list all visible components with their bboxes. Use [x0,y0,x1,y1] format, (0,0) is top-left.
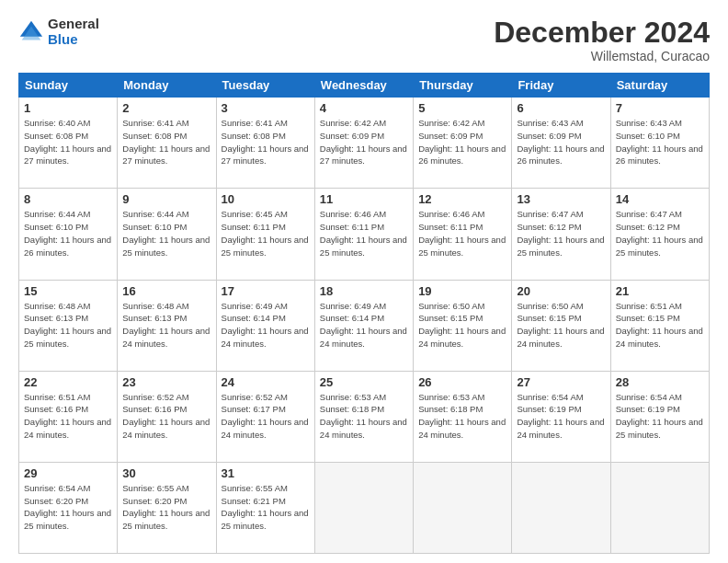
table-row [314,462,413,553]
day-number: 3 [222,101,310,115]
day-number: 28 [616,375,704,389]
day-info: Sunrise: 6:54 AMSunset: 6:20 PMDaylight:… [24,482,112,533]
day-number: 29 [24,466,112,480]
calendar: Sunday Monday Tuesday Wednesday Thursday… [18,73,710,554]
table-row [414,462,512,553]
day-number: 26 [418,375,506,389]
table-row: 16Sunrise: 6:48 AMSunset: 6:13 PMDayligh… [118,280,216,371]
day-number: 22 [24,375,112,389]
day-info: Sunrise: 6:53 AMSunset: 6:18 PMDaylight:… [418,391,506,442]
table-row: 7Sunrise: 6:43 AMSunset: 6:10 PMDaylight… [610,98,709,189]
table-row: 6Sunrise: 6:43 AMSunset: 6:09 PMDaylight… [512,98,610,189]
logo-text: General Blue [48,17,99,47]
table-row: 25Sunrise: 6:53 AMSunset: 6:18 PMDayligh… [314,371,413,462]
day-info: Sunrise: 6:44 AMSunset: 6:10 PMDaylight:… [122,208,210,259]
table-row: 11Sunrise: 6:46 AMSunset: 6:11 PMDayligh… [314,189,413,280]
day-info: Sunrise: 6:53 AMSunset: 6:18 PMDaylight:… [320,391,408,442]
day-number: 21 [616,284,704,298]
table-row: 26Sunrise: 6:53 AMSunset: 6:18 PMDayligh… [414,371,512,462]
table-row: 14Sunrise: 6:47 AMSunset: 6:12 PMDayligh… [610,189,709,280]
day-info: Sunrise: 6:48 AMSunset: 6:13 PMDaylight:… [24,300,112,350]
day-number: 30 [122,466,210,480]
table-row: 30Sunrise: 6:55 AMSunset: 6:20 PMDayligh… [118,462,216,553]
day-info: Sunrise: 6:54 AMSunset: 6:19 PMDaylight:… [517,391,605,442]
day-number: 16 [122,284,210,298]
col-friday: Friday [512,74,610,98]
table-row: 27Sunrise: 6:54 AMSunset: 6:19 PMDayligh… [512,371,610,462]
day-info: Sunrise: 6:47 AMSunset: 6:12 PMDaylight:… [517,208,605,259]
header: General Blue December 2024 Willemstad, C… [18,17,710,63]
header-row: Sunday Monday Tuesday Wednesday Thursday… [19,74,710,98]
day-info: Sunrise: 6:46 AMSunset: 6:11 PMDaylight:… [418,208,506,259]
day-info: Sunrise: 6:47 AMSunset: 6:12 PMDaylight:… [616,208,704,259]
day-number: 12 [418,192,506,206]
day-number: 23 [122,375,210,389]
day-number: 10 [222,192,310,206]
day-info: Sunrise: 6:41 AMSunset: 6:08 PMDaylight:… [122,117,210,167]
table-row: 28Sunrise: 6:54 AMSunset: 6:19 PMDayligh… [610,371,709,462]
table-row: 3Sunrise: 6:41 AMSunset: 6:08 PMDaylight… [216,98,314,189]
location: Willemstad, Curacao [494,49,710,63]
table-row: 23Sunrise: 6:52 AMSunset: 6:16 PMDayligh… [118,371,216,462]
day-info: Sunrise: 6:55 AMSunset: 6:20 PMDaylight:… [122,482,210,533]
table-row: 13Sunrise: 6:47 AMSunset: 6:12 PMDayligh… [512,189,610,280]
logo-icon [18,19,44,45]
col-monday: Monday [118,74,216,98]
table-row: 12Sunrise: 6:46 AMSunset: 6:11 PMDayligh… [414,189,512,280]
day-number: 2 [122,101,210,115]
day-info: Sunrise: 6:41 AMSunset: 6:08 PMDaylight:… [222,117,310,167]
table-row: 31Sunrise: 6:55 AMSunset: 6:21 PMDayligh… [216,462,314,553]
day-info: Sunrise: 6:52 AMSunset: 6:17 PMDaylight:… [222,391,310,442]
table-row: 5Sunrise: 6:42 AMSunset: 6:09 PMDaylight… [414,98,512,189]
day-number: 9 [122,192,210,206]
day-info: Sunrise: 6:42 AMSunset: 6:09 PMDaylight:… [418,117,506,167]
day-number: 27 [517,375,605,389]
calendar-week-row: 22Sunrise: 6:51 AMSunset: 6:16 PMDayligh… [19,371,710,462]
day-info: Sunrise: 6:49 AMSunset: 6:14 PMDaylight:… [320,300,408,350]
day-info: Sunrise: 6:51 AMSunset: 6:16 PMDaylight:… [24,391,112,442]
day-number: 19 [418,284,506,298]
day-number: 24 [222,375,310,389]
day-info: Sunrise: 6:51 AMSunset: 6:15 PMDaylight:… [616,300,704,350]
table-row: 21Sunrise: 6:51 AMSunset: 6:15 PMDayligh… [610,280,709,371]
day-info: Sunrise: 6:43 AMSunset: 6:09 PMDaylight:… [517,117,605,167]
table-row: 24Sunrise: 6:52 AMSunset: 6:17 PMDayligh… [216,371,314,462]
title-section: December 2024 Willemstad, Curacao [494,17,710,63]
table-row [512,462,610,553]
table-row: 2Sunrise: 6:41 AMSunset: 6:08 PMDaylight… [118,98,216,189]
page: General Blue December 2024 Willemstad, C… [0,0,728,563]
col-wednesday: Wednesday [314,74,413,98]
table-row: 8Sunrise: 6:44 AMSunset: 6:10 PMDaylight… [19,189,118,280]
logo: General Blue [18,17,99,47]
day-info: Sunrise: 6:40 AMSunset: 6:08 PMDaylight:… [24,117,112,167]
day-number: 20 [517,284,605,298]
col-tuesday: Tuesday [216,74,314,98]
day-number: 31 [222,466,310,480]
col-sunday: Sunday [19,74,118,98]
calendar-week-row: 29Sunrise: 6:54 AMSunset: 6:20 PMDayligh… [19,462,710,553]
day-info: Sunrise: 6:50 AMSunset: 6:15 PMDaylight:… [517,300,605,350]
table-row: 17Sunrise: 6:49 AMSunset: 6:14 PMDayligh… [216,280,314,371]
day-info: Sunrise: 6:48 AMSunset: 6:13 PMDaylight:… [122,300,210,350]
day-info: Sunrise: 6:55 AMSunset: 6:21 PMDaylight:… [222,482,310,533]
day-number: 13 [517,192,605,206]
day-info: Sunrise: 6:44 AMSunset: 6:10 PMDaylight:… [24,208,112,259]
day-number: 25 [320,375,408,389]
table-row: 15Sunrise: 6:48 AMSunset: 6:13 PMDayligh… [19,280,118,371]
calendar-week-row: 1Sunrise: 6:40 AMSunset: 6:08 PMDaylight… [19,98,710,189]
table-row: 1Sunrise: 6:40 AMSunset: 6:08 PMDaylight… [19,98,118,189]
table-row: 9Sunrise: 6:44 AMSunset: 6:10 PMDaylight… [118,189,216,280]
day-info: Sunrise: 6:54 AMSunset: 6:19 PMDaylight:… [616,391,704,442]
day-number: 6 [517,101,605,115]
day-number: 15 [24,284,112,298]
day-number: 18 [320,284,408,298]
day-number: 17 [222,284,310,298]
table-row: 29Sunrise: 6:54 AMSunset: 6:20 PMDayligh… [19,462,118,553]
day-number: 14 [616,192,704,206]
day-number: 11 [320,192,408,206]
month-title: December 2024 [494,17,710,49]
table-row [610,462,709,553]
col-thursday: Thursday [414,74,512,98]
table-row: 4Sunrise: 6:42 AMSunset: 6:09 PMDaylight… [314,98,413,189]
day-info: Sunrise: 6:42 AMSunset: 6:09 PMDaylight:… [320,117,408,167]
